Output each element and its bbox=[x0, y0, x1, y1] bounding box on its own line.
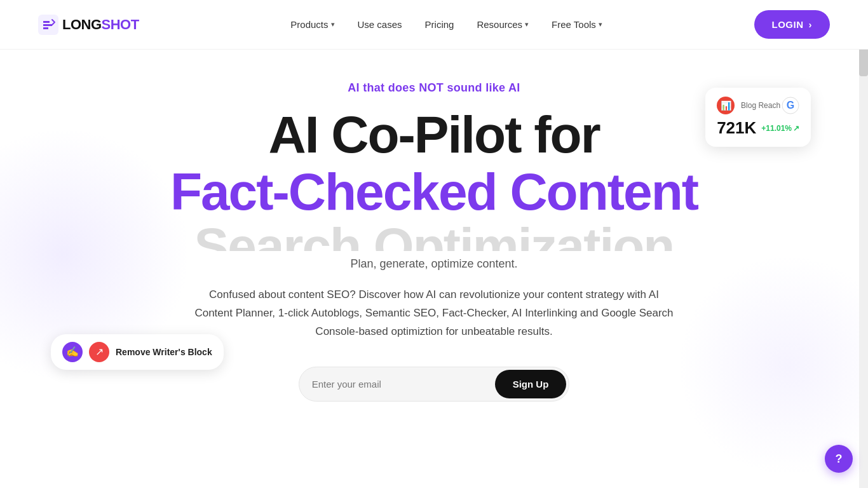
email-cta: Sign Up bbox=[38, 367, 830, 402]
hero-title-line2: Fact-Checked Content bbox=[38, 165, 830, 219]
svg-text:G: G bbox=[787, 100, 794, 111]
nav-item-products[interactable]: Products ▾ bbox=[290, 19, 334, 30]
chevron-down-icon: ▾ bbox=[331, 20, 335, 29]
badge-change: +11.01% ↗ bbox=[761, 124, 799, 133]
logo[interactable]: LONGSHOT bbox=[38, 15, 139, 35]
writers-block-badge: ✍ ↗ Remove Writer's Block bbox=[51, 334, 224, 370]
nav-products-label: Products bbox=[290, 19, 328, 30]
badge-value: 721K bbox=[717, 118, 756, 138]
hero-description: Confused about content SEO? Discover how… bbox=[193, 286, 675, 341]
email-input[interactable] bbox=[312, 372, 490, 396]
nav-links: Products ▾ Use cases Pricing Resources ▾… bbox=[290, 19, 602, 30]
chevron-down-icon: ▾ bbox=[525, 20, 529, 29]
hero-subtitle: Plan, generate, optimize content. bbox=[38, 257, 830, 271]
help-button[interactable]: ? bbox=[825, 445, 853, 473]
writers-block-label: Remove Writer's Block bbox=[116, 347, 212, 357]
blog-reach-badge: 📊 Blog Reach G 721K +11.01% ↗ bbox=[705, 88, 811, 147]
nav-resources-label: Resources bbox=[477, 19, 522, 30]
nav-item-freetools[interactable]: Free Tools ▾ bbox=[552, 19, 602, 30]
writers-icon: ✍ bbox=[62, 342, 83, 362]
badge-label: Blog Reach bbox=[740, 101, 782, 110]
login-button[interactable]: LOGIN › bbox=[754, 10, 831, 39]
logo-icon bbox=[38, 15, 58, 35]
analytics-icon: 📊 bbox=[717, 97, 735, 114]
hero-section: 📊 Blog Reach G 721K +11.01% ↗ AI that do… bbox=[0, 50, 868, 421]
nav-pricing-label: Pricing bbox=[425, 19, 454, 30]
arrow-right-icon: › bbox=[809, 19, 813, 30]
trending-up-icon: ↗ bbox=[89, 342, 109, 362]
nav-item-resources[interactable]: Resources ▾ bbox=[477, 19, 529, 30]
nav-item-pricing[interactable]: Pricing bbox=[425, 19, 454, 30]
logo-long: LONG bbox=[62, 17, 102, 32]
hero-title-line3-partial: Search Optimization bbox=[38, 219, 830, 251]
trend-up-icon: ↗ bbox=[793, 124, 799, 133]
nav-usecases-label: Use cases bbox=[358, 19, 402, 30]
chevron-down-icon: ▾ bbox=[599, 20, 602, 29]
navbar: LONGSHOT Products ▾ Use cases Pricing Re… bbox=[0, 0, 868, 50]
nav-item-usecases[interactable]: Use cases bbox=[358, 19, 402, 30]
signup-button[interactable]: Sign Up bbox=[495, 370, 567, 398]
google-icon: G bbox=[782, 97, 799, 114]
nav-freetools-label: Free Tools bbox=[552, 19, 596, 30]
email-input-wrapper: Sign Up bbox=[299, 367, 570, 402]
logo-shot: SHOT bbox=[102, 17, 139, 32]
